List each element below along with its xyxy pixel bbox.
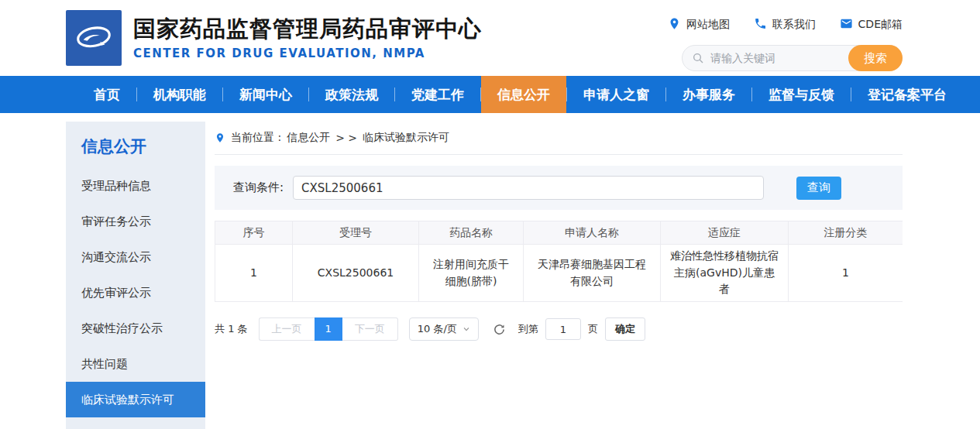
mail-icon bbox=[840, 17, 853, 33]
cell-registration-class: 1 bbox=[789, 245, 903, 302]
next-page-button[interactable]: 下一页 bbox=[342, 317, 398, 341]
sidebar-item-common-issues[interactable]: 共性问题 bbox=[66, 346, 205, 382]
site-subtitle: CENTER FOR DRUG EVALUATION, NMPA bbox=[133, 46, 482, 60]
page-size-value: 10 条/页 bbox=[418, 322, 457, 336]
mailbox-link[interactable]: CDE邮箱 bbox=[840, 17, 903, 33]
table-header-row: 序号 受理号 药品名称 申请人名称 适应症 注册分类 bbox=[215, 221, 903, 245]
nav-item-policies[interactable]: 政策法规 bbox=[309, 76, 394, 113]
page-size-select[interactable]: 10 条/页 bbox=[409, 317, 479, 341]
results-table: 序号 受理号 药品名称 申请人名称 适应症 注册分类 1 CXSL2500661… bbox=[215, 221, 903, 302]
brand[interactable]: 国家药品监督管理局药品审评中心 CENTER FOR DRUG EVALUATI… bbox=[66, 10, 482, 66]
nav-item-news[interactable]: 新闻中心 bbox=[223, 76, 308, 113]
breadcrumb: 当前位置 : 信息公开 > > 临床试验默示许可 bbox=[215, 131, 903, 155]
nav-item-party[interactable]: 党建工作 bbox=[395, 76, 480, 113]
goto-prefix: 到第 bbox=[518, 322, 538, 336]
sitemap-label: 网站地图 bbox=[686, 18, 730, 32]
col-header-acceptance-no: 受理号 bbox=[293, 221, 419, 245]
confirm-button[interactable]: 确定 bbox=[605, 317, 645, 341]
sidebar-item-breakthrough-therapy[interactable]: 突破性治疗公示 bbox=[66, 311, 205, 346]
search-icon bbox=[692, 52, 704, 64]
sidebar-item-accepted-varieties[interactable]: 受理品种信息 bbox=[66, 168, 205, 204]
cell-applicant: 天津昂赛细胞基因工程有限公司 bbox=[524, 245, 661, 302]
cell-acceptance-no: CXSL2500661 bbox=[293, 245, 419, 302]
page-number-button[interactable]: 1 bbox=[315, 317, 342, 341]
chevron-down-icon bbox=[462, 325, 470, 333]
sidebar-title: 信息公开 bbox=[66, 132, 205, 160]
nav-item-home[interactable]: 首页 bbox=[77, 76, 136, 113]
breadcrumb-separator: > > bbox=[335, 132, 357, 144]
search-button[interactable]: 搜索 bbox=[848, 45, 903, 71]
col-header-registration-class: 注册分类 bbox=[789, 221, 903, 245]
query-input[interactable] bbox=[293, 176, 764, 200]
quick-links: 网站地图 联系我们 CDE邮箱 bbox=[668, 17, 903, 33]
nav-item-info-disclosure[interactable]: 信息公开 bbox=[481, 76, 566, 113]
query-button[interactable]: 查询 bbox=[796, 177, 841, 200]
goto-page-input[interactable] bbox=[545, 318, 581, 340]
sidebar-item-review-tasks[interactable]: 审评任务公示 bbox=[66, 204, 205, 239]
cell-seq: 1 bbox=[215, 245, 293, 302]
table-row: 1 CXSL2500661 注射用间充质干细胞(脐带) 天津昂赛细胞基因工程有限… bbox=[215, 245, 903, 302]
nav-item-applicant-window[interactable]: 申请人之窗 bbox=[567, 76, 665, 113]
sidebar-item-priority-review[interactable]: 优先审评公示 bbox=[66, 275, 205, 311]
location-pin-icon bbox=[668, 17, 681, 33]
header-search: 搜索 bbox=[682, 45, 903, 71]
col-header-seq: 序号 bbox=[215, 221, 293, 245]
col-header-indication: 适应症 bbox=[661, 221, 789, 245]
sidebar-item-clinical-trial-implied-license[interactable]: 临床试验默示许可 bbox=[66, 382, 205, 417]
query-label: 查询条件: bbox=[233, 180, 284, 195]
nav-item-functions[interactable]: 机构职能 bbox=[137, 76, 222, 113]
site-header: 国家药品监督管理局药品审评中心 CENTER FOR DRUG EVALUATI… bbox=[0, 0, 980, 76]
main-content: 当前位置 : 信息公开 > > 临床试验默示许可 查询条件: 查询 序号 受理号… bbox=[215, 122, 903, 429]
cde-logo-icon bbox=[66, 10, 122, 66]
nav-item-services[interactable]: 办事服务 bbox=[666, 76, 751, 113]
prev-page-button[interactable]: 上一页 bbox=[259, 317, 315, 341]
page-body: 信息公开 受理品种信息 审评任务公示 沟通交流公示 优先审评公示 突破性治疗公示… bbox=[66, 122, 903, 429]
pagination-total: 共 1 条 bbox=[215, 322, 248, 336]
sidebar-item-communication[interactable]: 沟通交流公示 bbox=[66, 239, 205, 275]
breadcrumb-prefix: 当前位置 : bbox=[231, 131, 281, 145]
cell-drug-name: 注射用间充质干细胞(脐带) bbox=[419, 245, 524, 302]
contact-link[interactable]: 联系我们 bbox=[754, 17, 816, 33]
nav-item-supervision[interactable]: 监督与反馈 bbox=[752, 76, 851, 113]
sitemap-link[interactable]: 网站地图 bbox=[668, 17, 730, 33]
col-header-drug-name: 药品名称 bbox=[419, 221, 524, 245]
col-header-applicant: 申请人名称 bbox=[524, 221, 661, 245]
goto-suffix: 页 bbox=[588, 322, 598, 336]
location-pin-icon bbox=[215, 132, 225, 143]
breadcrumb-section-link[interactable]: 信息公开 bbox=[287, 131, 330, 145]
query-panel: 查询条件: 查询 bbox=[215, 166, 903, 210]
goto-page-group: 到第 页 确定 bbox=[518, 317, 645, 341]
search-input[interactable] bbox=[710, 52, 848, 64]
mailbox-label: CDE邮箱 bbox=[858, 18, 903, 32]
brand-text: 国家药品监督管理局药品审评中心 CENTER FOR DRUG EVALUATI… bbox=[133, 15, 482, 60]
pagination: 共 1 条 上一页 1 下一页 10 条/页 到第 页 确定 bbox=[215, 317, 903, 341]
contact-label: 联系我们 bbox=[772, 18, 816, 32]
phone-icon bbox=[754, 17, 767, 33]
refresh-icon[interactable] bbox=[493, 323, 506, 336]
nav-item-registration-platform[interactable]: 登记备案平台 bbox=[851, 76, 963, 113]
sidebar-item-marketed-drug-info[interactable]: 上市药品信息 bbox=[66, 417, 205, 429]
site-title: 国家药品监督管理局药品审评中心 bbox=[133, 15, 482, 43]
main-nav: 首页 机构职能 新闻中心 政策法规 党建工作 信息公开 申请人之窗 办事服务 监… bbox=[0, 76, 980, 113]
sidebar: 信息公开 受理品种信息 审评任务公示 沟通交流公示 优先审评公示 突破性治疗公示… bbox=[66, 122, 205, 429]
cell-indication: 难治性急性移植物抗宿主病(aGvHD)儿童患者 bbox=[661, 245, 789, 302]
breadcrumb-current: 临床试验默示许可 bbox=[363, 131, 449, 145]
